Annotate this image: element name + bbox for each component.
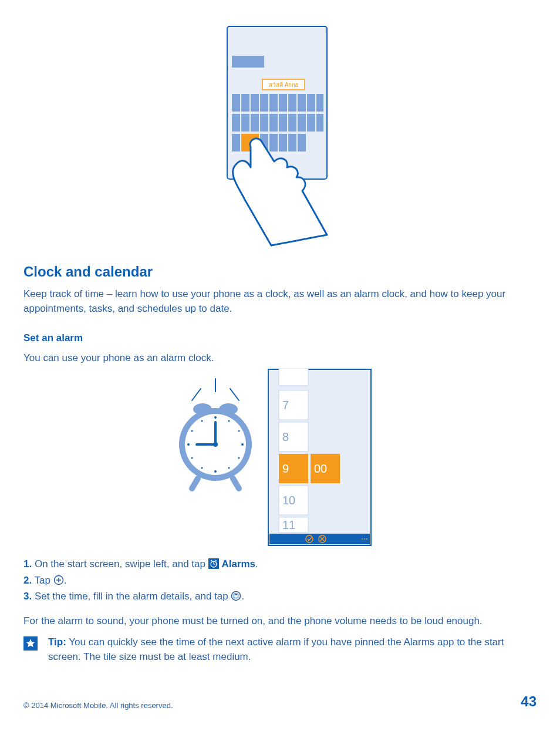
svg-rect-16 bbox=[251, 114, 259, 132]
copyright-text: © 2014 Microsoft Mobile. All rights rese… bbox=[23, 701, 173, 710]
svg-point-42 bbox=[228, 420, 230, 422]
subsection-heading: Set an alarm bbox=[23, 332, 537, 344]
svg-text:10: 10 bbox=[282, 494, 295, 507]
tip-block: Tip: You can quickly see the time of the… bbox=[23, 635, 537, 664]
svg-rect-67 bbox=[269, 534, 370, 544]
svg-rect-15 bbox=[241, 114, 249, 132]
svg-rect-4 bbox=[232, 94, 240, 112]
svg-text:00: 00 bbox=[314, 462, 327, 475]
svg-text:7: 7 bbox=[282, 399, 289, 412]
svg-point-70 bbox=[362, 538, 363, 540]
svg-point-45 bbox=[228, 467, 230, 469]
svg-rect-17 bbox=[260, 114, 268, 132]
figure-keyboard-phone: สวัสดี Anna bbox=[23, 23, 537, 249]
svg-point-40 bbox=[187, 443, 190, 446]
svg-rect-26 bbox=[269, 134, 278, 151]
svg-text:สวัสดี Anna: สวัสดี Anna bbox=[269, 82, 299, 88]
svg-rect-28 bbox=[288, 134, 296, 151]
svg-rect-9 bbox=[279, 94, 287, 112]
svg-rect-22 bbox=[307, 114, 315, 132]
svg-rect-8 bbox=[269, 94, 278, 112]
svg-rect-1 bbox=[232, 56, 264, 68]
step-3: 3. Set the time, fill in the alarm detai… bbox=[23, 589, 537, 606]
svg-rect-24 bbox=[232, 134, 240, 151]
svg-rect-23 bbox=[316, 114, 323, 132]
step-1: 1. On the start screen, swipe left, and … bbox=[23, 557, 537, 574]
svg-rect-11 bbox=[298, 94, 306, 112]
svg-rect-19 bbox=[279, 114, 287, 132]
alarms-app-icon bbox=[208, 558, 219, 574]
svg-point-44 bbox=[238, 457, 240, 459]
svg-point-49 bbox=[201, 420, 203, 422]
star-icon bbox=[23, 636, 38, 651]
svg-point-71 bbox=[364, 538, 365, 540]
svg-rect-10 bbox=[288, 94, 296, 112]
svg-text:9: 9 bbox=[282, 462, 289, 475]
svg-rect-21 bbox=[298, 114, 306, 132]
svg-point-72 bbox=[366, 538, 367, 540]
note-text: For the alarm to sound, your phone must … bbox=[23, 614, 537, 629]
svg-point-38 bbox=[214, 416, 217, 419]
svg-point-47 bbox=[191, 457, 193, 459]
svg-point-52 bbox=[213, 442, 218, 447]
svg-rect-13 bbox=[316, 94, 323, 112]
svg-rect-14 bbox=[232, 114, 240, 132]
svg-line-31 bbox=[192, 389, 201, 400]
svg-rect-82 bbox=[235, 594, 237, 595]
svg-rect-54 bbox=[279, 368, 308, 386]
plus-circle-icon bbox=[53, 575, 64, 590]
svg-point-46 bbox=[201, 467, 203, 469]
step-2: 2. Tap . bbox=[23, 574, 537, 590]
svg-rect-5 bbox=[241, 94, 249, 112]
page-number: 43 bbox=[521, 693, 537, 710]
svg-point-39 bbox=[214, 470, 217, 473]
svg-line-33 bbox=[230, 389, 239, 400]
svg-rect-29 bbox=[298, 134, 306, 151]
svg-rect-18 bbox=[269, 114, 278, 132]
svg-point-48 bbox=[191, 430, 193, 432]
section-heading: Clock and calendar bbox=[23, 264, 537, 280]
svg-rect-6 bbox=[251, 94, 259, 112]
subsection-intro: You can use your phone as an alarm clock… bbox=[23, 351, 537, 366]
svg-point-41 bbox=[241, 443, 244, 446]
steps-list: 1. On the start screen, swipe left, and … bbox=[23, 557, 537, 606]
save-circle-icon bbox=[231, 591, 241, 606]
figure-alarm-picker: 7 8 9 00 10 11 bbox=[23, 368, 537, 552]
svg-rect-12 bbox=[307, 94, 315, 112]
section-intro: Keep track of time – learn how to use yo… bbox=[23, 287, 537, 316]
svg-text:8: 8 bbox=[282, 430, 289, 443]
tip-text: Tip: You can quickly see the time of the… bbox=[48, 635, 537, 664]
svg-rect-7 bbox=[260, 94, 268, 112]
svg-rect-27 bbox=[279, 134, 287, 151]
svg-text:11: 11 bbox=[282, 518, 295, 531]
svg-rect-20 bbox=[288, 114, 296, 132]
svg-point-80 bbox=[232, 592, 241, 601]
svg-point-43 bbox=[238, 430, 240, 432]
